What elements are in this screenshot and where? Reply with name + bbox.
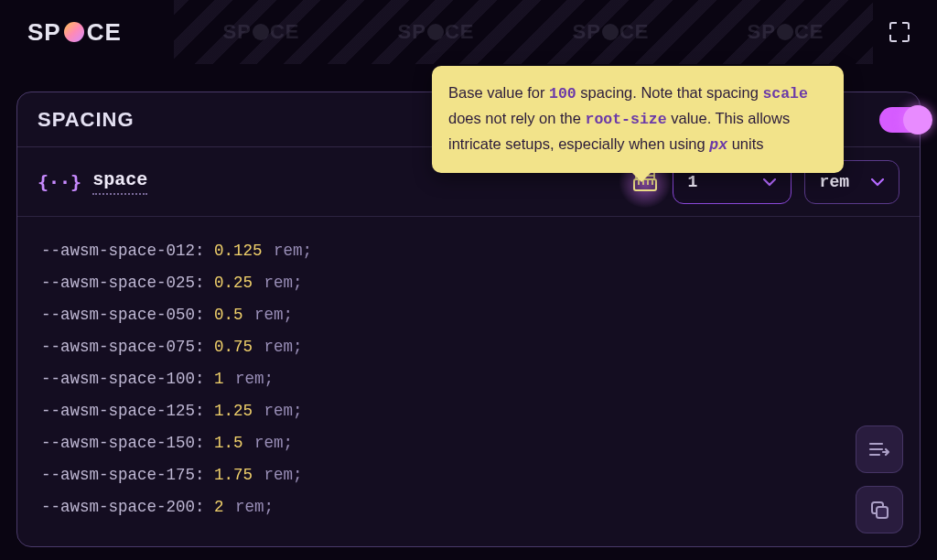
unit-text: rem (820, 173, 849, 191)
base-value-tooltip: Base value for 100 spacing. Note that sp… (432, 66, 844, 173)
token-name: --awsm-space-200: (41, 498, 214, 516)
token-unit: rem (245, 434, 284, 452)
token-name: --awsm-space-012: (41, 242, 214, 260)
token-line: --awsm-space-150: 1.5 rem; (41, 427, 896, 459)
token-name: --awsm-space-175: (41, 466, 214, 484)
token-line: --awsm-space-050: 0.5 rem; (41, 299, 896, 331)
fullscreen-icon[interactable] (889, 22, 910, 42)
code-output: --awsm-space-012: 0.125 rem;--awsm-space… (17, 217, 920, 542)
copy-button[interactable] (856, 486, 903, 533)
base-value-text: 1 (688, 173, 698, 191)
token-unit: rem (226, 370, 264, 388)
chevron-down-icon (871, 178, 884, 186)
token-value: 0.5 (214, 306, 243, 324)
token-line: --awsm-space-200: 2 rem; (41, 491, 896, 523)
token-name: --awsm-space-125: (41, 402, 214, 420)
token-value: 1.5 (214, 434, 243, 452)
token-unit: rem (264, 242, 303, 260)
token-value: 0.75 (214, 338, 253, 356)
side-actions (856, 425, 903, 533)
token-value: 1.75 (214, 466, 253, 484)
panel-toggle[interactable] (879, 107, 931, 133)
brand-prefix: SP (27, 18, 61, 47)
token-line: --awsm-space-100: 1 rem; (41, 363, 896, 395)
token-name: --awsm-space-025: (41, 274, 214, 292)
copy-icon (869, 500, 889, 520)
token-line: --awsm-space-175: 1.75 rem; (41, 459, 896, 491)
token-value: 1 (214, 370, 224, 388)
token-name: --awsm-space-100: (41, 370, 214, 388)
token-line: --awsm-space-012: 0.125 rem; (41, 235, 896, 267)
export-button[interactable] (856, 425, 903, 473)
token-unit: rem (254, 466, 293, 484)
token-name: --awsm-space-050: (41, 306, 214, 324)
token-unit: rem (254, 338, 293, 356)
token-unit: rem (226, 498, 264, 516)
ghost-logos: SPCE SPCE SPCE SPCE (174, 0, 873, 64)
token-unit: rem (254, 402, 293, 420)
token-name-input[interactable]: space (92, 169, 147, 195)
brand-dot-icon (64, 22, 84, 42)
braces-icon: {··} (38, 171, 81, 193)
token-value: 0.125 (214, 242, 263, 260)
token-line: --awsm-space-075: 0.75 rem; (41, 331, 896, 363)
token-line: --awsm-space-025: 0.25 rem; (41, 267, 896, 299)
token-value: 2 (214, 498, 224, 516)
app-header: SP CE SPCE SPCE SPCE SPCE (0, 0, 937, 64)
token-value: 0.25 (214, 274, 253, 292)
token-line: --awsm-space-125: 1.25 rem; (41, 395, 896, 427)
brand-logo[interactable]: SP CE (27, 18, 122, 47)
token-unit: rem (245, 306, 284, 324)
toggle-knob (903, 105, 932, 135)
svg-rect-12 (877, 507, 888, 518)
token-name: --awsm-space-075: (41, 338, 214, 356)
token-name: --awsm-space-150: (41, 434, 214, 452)
brand-suffix: CE (87, 18, 122, 47)
token-value: 1.25 (214, 402, 253, 420)
token-unit: rem (254, 274, 293, 292)
chevron-down-icon (763, 178, 776, 186)
panel-title: SPACING (38, 108, 135, 132)
export-icon (868, 440, 890, 458)
